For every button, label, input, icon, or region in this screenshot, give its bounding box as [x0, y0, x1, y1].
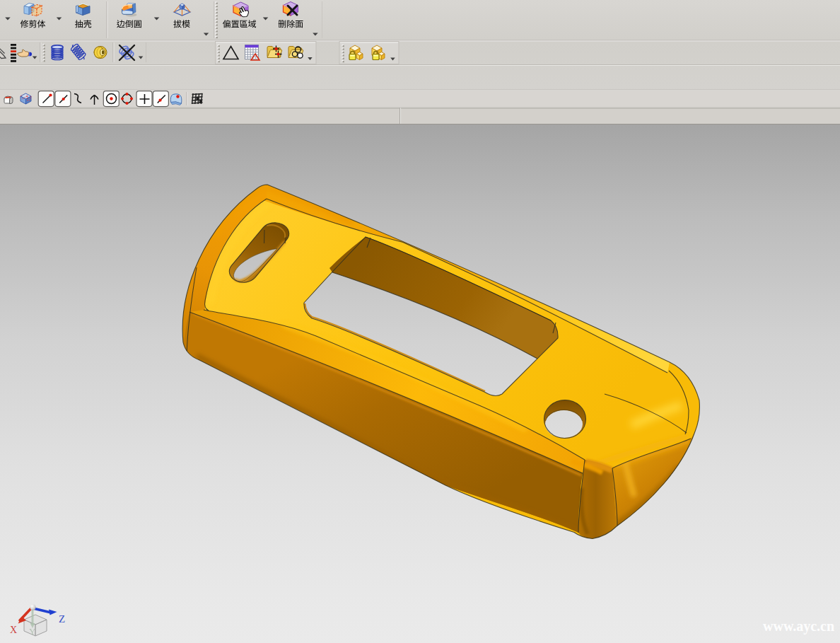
svg-text:Z: Z — [59, 613, 65, 625]
svg-text:Y: Y — [29, 626, 36, 637]
svg-text:www.ayc.cn: www.ayc.cn — [763, 618, 834, 635]
svg-text:X: X — [10, 625, 17, 635]
